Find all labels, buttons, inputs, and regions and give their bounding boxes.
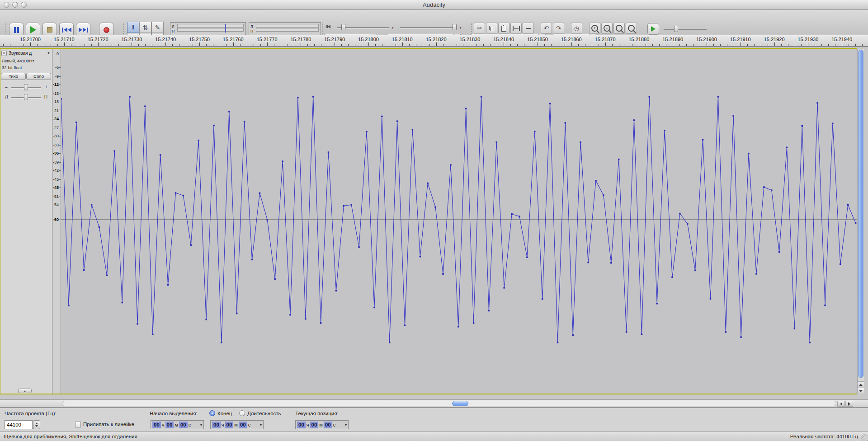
fit-selection-button[interactable] — [613, 23, 625, 34]
ruler-tick — [821, 44, 822, 46]
ruler-tick — [288, 44, 288, 46]
time-unit-label: ч — [162, 422, 165, 427]
ruler-tick — [267, 42, 268, 46]
ruler-tick — [132, 42, 132, 46]
db-scale-tick — [59, 136, 61, 136]
time-digit-group[interactable]: 00 — [212, 422, 221, 428]
zoom-out-button[interactable]: − — [601, 23, 613, 34]
copy-button[interactable] — [486, 23, 497, 34]
track-control-panel: × Звуковая д ▼ Левый, 44100Hz 32-bit flo… — [0, 49, 52, 394]
rate-stepper[interactable] — [33, 420, 40, 429]
ruler-tick — [761, 44, 761, 46]
ruler-tick — [538, 42, 538, 46]
timeline-ruler[interactable]: 15.2170015.2171015.2172015.2173015.21740… — [0, 35, 868, 47]
redo-button[interactable]: ↷ — [553, 23, 564, 34]
sync-lock-button[interactable]: ◷ — [571, 23, 582, 34]
ruler-tick — [862, 44, 863, 46]
time-format-dropdown-icon[interactable]: ▾ — [345, 423, 347, 427]
play-at-speed-button[interactable] — [647, 23, 659, 35]
db-scale-tick — [59, 94, 61, 94]
vertical-scrollbar-thumb[interactable] — [858, 50, 863, 378]
ruler-tick — [476, 44, 477, 46]
horizontal-scrollbar-track[interactable] — [62, 401, 836, 406]
waveform-canvas[interactable] — [61, 49, 857, 394]
scroll-left-button[interactable] — [837, 401, 845, 407]
output-volume-slider[interactable] — [337, 24, 389, 30]
collapse-track-button[interactable]: ▲ — [18, 389, 32, 393]
envelope-tool-button[interactable]: ⇅ — [139, 22, 151, 33]
db-scale-label: -39 — [53, 160, 59, 164]
ruler-tick — [747, 44, 748, 46]
snap-checkbox[interactable] — [75, 422, 81, 427]
time-format-dropdown-icon[interactable]: ▾ — [260, 423, 262, 427]
gain-slider[interactable] — [11, 84, 41, 90]
ruler-tick — [592, 44, 592, 46]
paste-button[interactable] — [498, 23, 509, 34]
time-label: 15.21910 — [730, 37, 751, 42]
time-digit-group[interactable]: 00 — [225, 422, 234, 428]
resize-grip[interactable] — [861, 434, 868, 441]
playback-speed-slider[interactable] — [664, 26, 707, 32]
ruler-tick — [849, 44, 849, 46]
scroll-right-button[interactable] — [845, 401, 853, 407]
actual-rate-label: Реальная частота: 44100 Гц — [790, 434, 858, 439]
current-position-time-field[interactable]: 00ч00м00с▾ — [295, 420, 349, 429]
horizontal-scrollbar-thumb[interactable] — [452, 401, 468, 406]
time-label: 15.21880 — [628, 37, 649, 42]
ruler-tick — [368, 42, 369, 46]
radio-end[interactable] — [209, 410, 215, 416]
solo-button[interactable]: Соло — [26, 73, 51, 80]
time-unit-label: с — [189, 422, 191, 427]
radio-length[interactable] — [239, 410, 245, 416]
ruler-tick — [112, 44, 112, 46]
time-digit-group[interactable]: 00 — [179, 422, 188, 428]
silence-button[interactable] — [523, 23, 534, 34]
time-digit-group[interactable]: 00 — [324, 422, 332, 428]
ruler-tick — [301, 42, 301, 46]
ruler-tick — [855, 44, 856, 46]
selection-start-time-field[interactable]: 00ч00м00с▾ — [151, 420, 204, 429]
ruler-tick — [172, 44, 173, 46]
mute-button[interactable]: Тихо — [1, 73, 26, 80]
cut-icon: ✂ — [477, 25, 482, 31]
fit-project-icon — [628, 25, 635, 32]
db-scale-label: -33 — [53, 143, 59, 147]
time-label: 15.21870 — [595, 37, 616, 42]
track-name-menu[interactable]: Звуковая д ▼ — [9, 51, 50, 56]
time-format-dropdown-icon[interactable]: ▾ — [200, 423, 202, 427]
ruler-tick — [754, 44, 755, 46]
ruler-tick — [815, 44, 815, 46]
close-track-button[interactable]: × — [1, 51, 7, 56]
time-digit-group[interactable]: 00 — [310, 422, 319, 428]
draw-tool-button[interactable]: ✎ — [151, 22, 164, 33]
time-digit-group[interactable]: 00 — [239, 422, 247, 428]
vertical-scrollbar[interactable] — [857, 49, 864, 394]
vertical-scale-ruler[interactable]: 0-6-9-12-15-18-21-24-27-30-33-36-39-42-4… — [52, 49, 61, 394]
scroll-up-button[interactable] — [858, 381, 864, 388]
time-digit-group[interactable]: 00 — [165, 422, 174, 428]
pan-slider[interactable] — [11, 94, 41, 100]
gain-plus-label: + — [45, 84, 47, 89]
speaker-icon — [326, 25, 330, 28]
ruler-tick — [226, 44, 227, 46]
zoom-in-button[interactable]: + — [589, 23, 600, 34]
selection-end-time-field[interactable]: 00ч00м00с▾ — [210, 420, 264, 429]
fit-project-button[interactable] — [626, 23, 637, 34]
title-bar: Audacity — [0, 0, 868, 10]
scroll-down-button[interactable] — [858, 388, 864, 394]
selection-tool-button[interactable]: I — [127, 22, 139, 33]
trim-button[interactable] — [510, 23, 522, 34]
time-digit-group[interactable]: 00 — [297, 422, 306, 428]
time-digit-group[interactable]: 00 — [152, 422, 161, 428]
trim-icon — [513, 26, 520, 31]
horizontal-scrollbar[interactable] — [0, 399, 868, 408]
db-scale-tick — [59, 179, 61, 180]
undo-button[interactable]: ↶ — [541, 23, 552, 34]
ruler-tick — [429, 44, 430, 46]
project-rate-input[interactable] — [5, 420, 33, 429]
radio-end-label: Конец — [217, 411, 232, 416]
db-scale-label: -24 — [53, 117, 59, 121]
cut-button[interactable]: ✂ — [474, 23, 485, 34]
input-volume-slider[interactable] — [400, 24, 457, 30]
ruler-tick — [199, 42, 200, 46]
